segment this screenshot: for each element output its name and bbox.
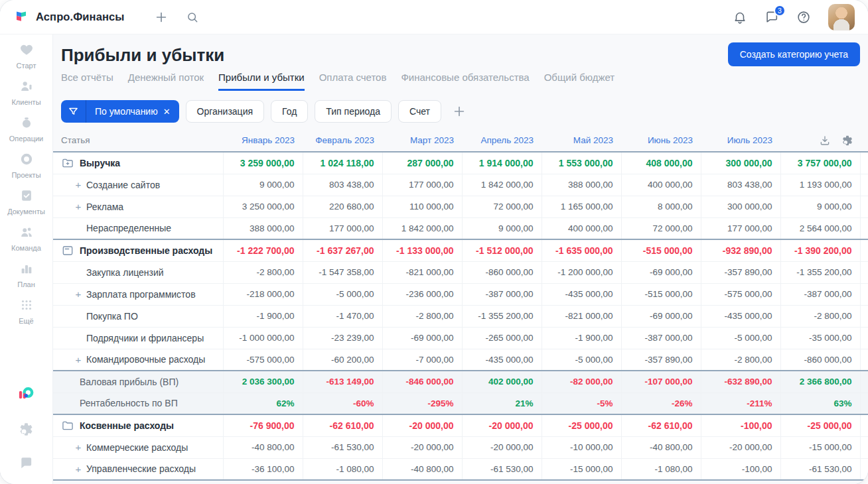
cell-value: 1 553 000,00: [542, 152, 621, 174]
filter-funnel-icon[interactable]: [61, 100, 86, 123]
cell-value: -26%: [621, 393, 701, 414]
expand-plus-icon[interactable]: +: [74, 442, 82, 453]
sidebar-item-start[interactable]: Старт: [3, 42, 50, 70]
row-label-cell[interactable]: Косвенные расходы: [53, 414, 223, 436]
row-label-cell[interactable]: +Реклама: [53, 196, 223, 217]
cell-value: 9 000,00: [462, 217, 542, 239]
help-icon[interactable]: [796, 10, 811, 25]
sidebar-item-clients[interactable]: Клиенты: [3, 79, 50, 106]
row-label: Выручка: [80, 158, 120, 168]
sidebar-item-documents[interactable]: Документы: [3, 188, 50, 215]
expand-plus-icon[interactable]: +: [74, 201, 82, 212]
cell-value: -860 000,00: [780, 349, 860, 371]
cell-value: -387 000,00: [780, 283, 860, 305]
tab-invoice-payment[interactable]: Оплата счетов: [319, 72, 387, 91]
row-label: Управленческие расходы: [86, 463, 196, 474]
cell-value: 62%: [223, 393, 303, 414]
sidebar-item-more[interactable]: Ещё: [3, 298, 50, 325]
cell-value: -846 000,00: [382, 371, 462, 393]
create-category-button[interactable]: Создать категорию учета: [728, 42, 860, 66]
cell-value: -932 890,00: [701, 239, 780, 261]
column-header-month[interactable]: Июнь 2023: [621, 129, 701, 152]
create-plus-icon[interactable]: [154, 10, 169, 25]
row-label-cell[interactable]: +Командировочные расходы: [53, 349, 223, 371]
cell-value: -61 530,00: [780, 458, 860, 480]
table-settings-gear-icon[interactable]: [841, 135, 853, 147]
cell-value: -1 900,00: [223, 305, 303, 327]
row-label-cell[interactable]: Выручка: [53, 152, 223, 174]
tab-profit-loss[interactable]: Прибыли и убытки: [218, 72, 305, 91]
cell-value: -1 635 000,00: [542, 239, 621, 261]
user-avatar[interactable]: [828, 4, 855, 30]
cell-value: 21%: [462, 393, 542, 414]
sidebar-item-projects[interactable]: Проекты: [3, 152, 50, 179]
row-label-cell[interactable]: +Управленческие расходы: [53, 458, 223, 480]
table-header-row: Статья Январь 2023 Февраль 2023 Март 202…: [53, 129, 868, 152]
cell-value: -387 000,00: [621, 327, 701, 349]
cell-value: -100,00: [701, 414, 780, 436]
expand-plus-icon[interactable]: +: [74, 354, 82, 365]
table-row: Косвенные расходы-76 900,00-62 610,00-20…: [53, 414, 868, 436]
column-header-month[interactable]: Май 2023: [542, 129, 621, 152]
row-label-cell[interactable]: Валовая прибыль (ВП): [53, 371, 223, 393]
settings-gear-icon[interactable]: [19, 422, 34, 440]
cell-value: -10 000,00: [542, 436, 621, 458]
column-header-article: Статья: [53, 129, 223, 152]
cell-value: 1 842 000,00: [462, 174, 542, 196]
expand-plus-icon[interactable]: +: [74, 179, 82, 190]
cell-value: -1 222 700,00: [223, 239, 303, 261]
cell-value: -5 000,00: [542, 349, 621, 371]
search-icon[interactable]: [186, 11, 199, 24]
tab-financial-obligations[interactable]: Финансовые обязательства: [401, 72, 529, 91]
filter-chip-period-type[interactable]: Тип периода: [315, 100, 392, 123]
column-header-month[interactable]: Январь 2023: [223, 129, 303, 152]
row-label-cell[interactable]: +Зарплата программистов: [53, 283, 223, 305]
table-row: +Командировочные расходы-575 000,00-60 2…: [53, 349, 868, 371]
row-label-cell[interactable]: Производственные расходы: [53, 239, 223, 261]
cell-value: 400 000,00: [542, 217, 621, 239]
unread-count-badge: 3: [774, 5, 786, 17]
row-label-cell[interactable]: Подрядчики и фрилансеры: [53, 327, 223, 349]
cell-value: -20 000,00: [701, 436, 780, 458]
row-label-cell[interactable]: Покупка ПО: [53, 305, 223, 327]
table-row: +Коммерческие расходы-40 800,00-61 530,0…: [53, 436, 868, 458]
cell-value: -60 200,00: [303, 349, 382, 371]
filter-chip-year[interactable]: Год: [271, 100, 308, 123]
category-lines-icon[interactable]: [61, 244, 74, 257]
column-header-month[interactable]: Июль 2023: [701, 129, 780, 152]
tab-cash-flow[interactable]: Денежный поток: [128, 72, 204, 91]
remove-filter-icon[interactable]: ✕: [163, 100, 179, 123]
filter-chip-organization[interactable]: Организация: [186, 100, 264, 123]
folder-plus-icon[interactable]: [61, 156, 74, 170]
tab-total-budget[interactable]: Общий бюджет: [544, 72, 615, 91]
filter-chip-account[interactable]: Счет: [398, 100, 441, 123]
expand-plus-icon[interactable]: +: [74, 288, 82, 300]
tab-all-reports[interactable]: Все отчёты: [61, 72, 113, 91]
sidebar-item-plan[interactable]: План: [3, 261, 50, 288]
row-label: Командировочные расходы: [86, 354, 205, 365]
column-header-month[interactable]: Март 2023: [382, 129, 462, 152]
aspro-cloud-logo[interactable]: [17, 385, 35, 406]
support-chat-icon[interactable]: [19, 455, 34, 473]
cell-value: -76 900,00: [223, 414, 303, 436]
row-label-cell[interactable]: Нераспределенные: [53, 217, 223, 239]
row-label-cell[interactable]: Закупка лицензий: [53, 261, 223, 283]
default-filter-chip[interactable]: По умолчанию ✕: [61, 100, 179, 123]
column-header-month[interactable]: Февраль 2023: [303, 129, 382, 152]
cell-value: -62 610,00: [303, 414, 382, 436]
sidebar-item-team[interactable]: Команда: [3, 225, 50, 252]
column-header-month[interactable]: Апрель 2023: [462, 129, 542, 152]
download-icon[interactable]: [819, 135, 831, 147]
row-label-cell[interactable]: +Коммерческие расходы: [53, 436, 223, 458]
sidebar-item-operations[interactable]: Операции: [3, 115, 50, 143]
folder-icon[interactable]: [61, 419, 74, 432]
start-icon: [19, 42, 34, 60]
notifications-bell-icon[interactable]: [733, 10, 747, 25]
table-row: Валовая прибыль (ВП)2 036 300,00-613 149…: [53, 371, 868, 393]
messages-icon[interactable]: 3: [764, 10, 779, 25]
cell-value: 177 000,00: [382, 174, 462, 196]
row-label-cell[interactable]: +Создание сайтов: [53, 174, 223, 196]
row-label-cell[interactable]: Рентабельность по ВП: [53, 393, 223, 414]
expand-plus-icon[interactable]: +: [74, 463, 82, 475]
add-filter-icon[interactable]: [452, 104, 467, 119]
